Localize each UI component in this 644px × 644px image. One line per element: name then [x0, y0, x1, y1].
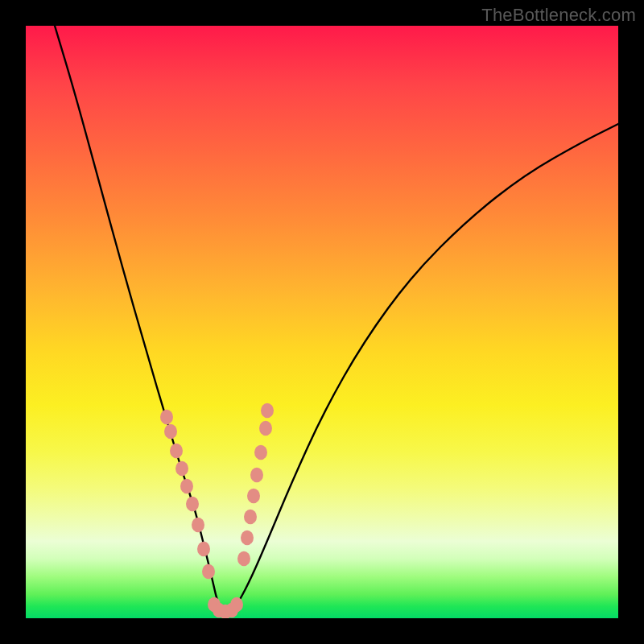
outer-black-frame: TheBottleneck.com [0, 0, 644, 644]
watermark-text: TheBottleneck.com [481, 5, 636, 26]
data-dot [160, 410, 173, 424]
data-dot [170, 444, 183, 458]
data-dot [192, 518, 204, 532]
data-dot [244, 510, 257, 524]
data-dot [254, 445, 267, 460]
bottom-dots [208, 597, 243, 618]
data-dot [261, 403, 274, 418]
bottleneck-curve [55, 26, 618, 613]
data-dot [237, 551, 250, 566]
data-dot [164, 424, 177, 439]
chart-svg [26, 26, 618, 618]
data-dot [202, 564, 215, 579]
gradient-plot-area [26, 26, 618, 618]
data-dot [241, 530, 254, 545]
left-slope-dots [160, 410, 215, 579]
data-dot [259, 421, 272, 436]
data-dot [197, 542, 210, 556]
data-dot [180, 479, 193, 493]
data-dot [186, 497, 199, 511]
right-slope-dots [237, 403, 274, 566]
data-dot [247, 489, 260, 503]
data-dot [230, 597, 243, 612]
data-dot [250, 468, 263, 482]
data-dot [175, 461, 188, 476]
